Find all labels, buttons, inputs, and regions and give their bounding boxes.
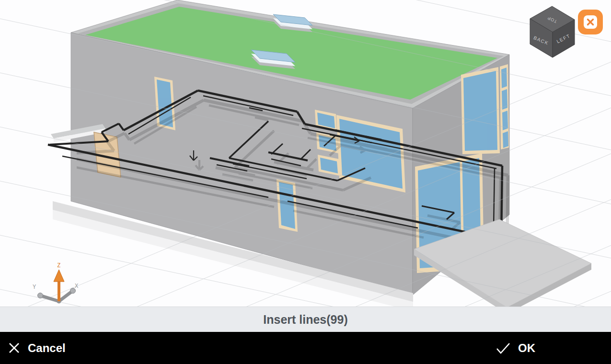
close-button[interactable] [578,10,603,34]
ok-label: OK [518,341,535,355]
cancel-x-icon [8,341,21,354]
ok-button[interactable]: OK [496,332,535,364]
status-label: Insert lines(99) [263,313,347,327]
axis-indicator: Z Y X [33,262,79,304]
cancel-button[interactable]: Cancel [8,332,66,364]
axis-y-label: Y [33,284,36,290]
app-window: Z Y X TOP BACK LEFT Insert lines(9 [0,0,611,364]
close-x-icon [586,18,595,26]
axis-x-label: X [75,283,79,289]
close-button-inner [584,15,597,29]
action-bar: Cancel OK [0,332,611,364]
cancel-label: Cancel [28,341,66,355]
building-model: Z Y X TOP BACK LEFT [0,0,611,307]
check-icon [496,342,511,354]
3d-viewport[interactable]: Z Y X TOP BACK LEFT [0,0,611,307]
axis-z-label: Z [57,262,60,269]
navigation-cube[interactable]: TOP BACK LEFT [530,6,575,57]
status-bar: Insert lines(99) [0,307,611,332]
